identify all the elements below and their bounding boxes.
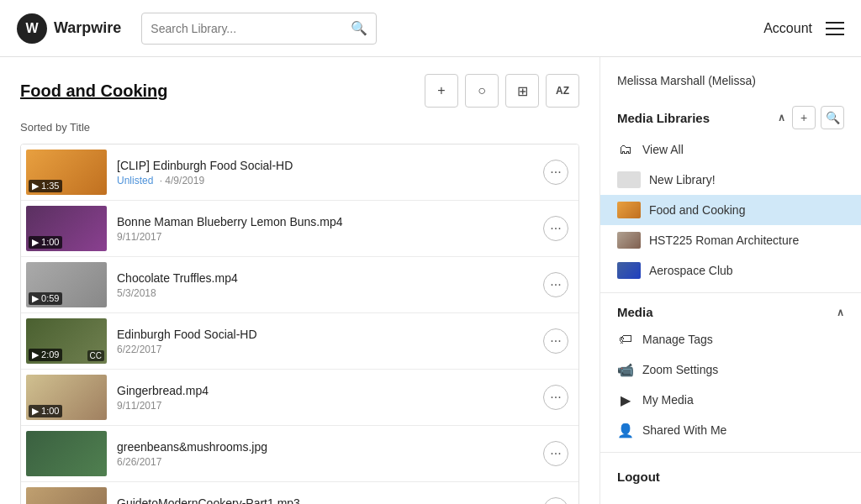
sidebar-nav-item[interactable]: 📹 Zoom Settings <box>600 354 861 385</box>
media-options-button[interactable]: ··· <box>543 441 568 466</box>
media-info: [CLIP] Edinburgh Food Social-HD Unlisted… <box>117 159 533 186</box>
library-thumb <box>617 202 641 218</box>
sidebar-item-new-library[interactable]: New Library! <box>600 165 861 195</box>
media-title: greenbeans&mushrooms.jpg <box>117 440 533 454</box>
library-name: Food and Cooking <box>649 203 745 217</box>
media-item[interactable]: greenbeans&mushrooms.jpg 6/26/2017 ··· <box>21 426 578 482</box>
media-chevron: ∧ <box>837 307 844 318</box>
logout-button[interactable]: Logout <box>600 459 861 494</box>
media-title: [CLIP] Edinburgh Food Social-HD <box>117 159 533 172</box>
logo-icon: W <box>17 13 47 44</box>
media-options-button[interactable]: ··· <box>543 160 568 185</box>
sort-az-button[interactable]: AZ <box>546 74 579 108</box>
media-title: Bonne Maman Blueberry Lemon Buns.mp4 <box>117 215 533 228</box>
toolbar: + ○ ⊞ AZ <box>425 74 579 108</box>
library-name: HST225 Roman Architecture <box>649 234 799 247</box>
media-info: GuidetoModernCookery-Part1.mp3 6/26/2017 <box>117 496 533 505</box>
page-title: Food and Cooking <box>20 81 168 101</box>
folder-icon: 🗂 <box>617 141 634 158</box>
media-meta: 6/22/2017 <box>117 344 533 355</box>
library-actions: + 🔍 <box>792 106 844 129</box>
search-input[interactable] <box>151 22 351 35</box>
sort-label: Sorted by Title <box>20 121 579 134</box>
sidebar-item-library[interactable]: Food and Cooking <box>600 195 861 225</box>
media-label: Media <box>617 305 653 319</box>
add-library-button[interactable]: + <box>792 106 816 129</box>
media-options-button[interactable]: ··· <box>543 216 568 241</box>
media-item[interactable]: ▶ 1:35 [CLIP] Edinburgh Food Social-HD U… <box>21 144 578 201</box>
media-item[interactable]: ▶ 1:00 Bonne Maman Blueberry Lemon Buns.… <box>21 201 578 257</box>
new-library-thumb <box>617 171 641 188</box>
add-button[interactable]: + <box>425 74 458 108</box>
nav-icon: 🏷 <box>617 331 634 348</box>
sidebar-item-view-all[interactable]: 🗂 View All <box>600 134 861 165</box>
media-meta: 9/11/2017 <box>117 231 533 243</box>
nav-label: My Media <box>642 393 694 407</box>
sidebar-divider <box>600 292 861 293</box>
media-options-button[interactable]: ··· <box>543 272 568 297</box>
nav-icon: ▶ <box>617 391 634 408</box>
media-info: greenbeans&mushrooms.jpg 6/26/2017 <box>117 440 533 468</box>
media-title: GuidetoModernCookery-Part1.mp3 <box>117 496 533 505</box>
media-meta: 9/11/2017 <box>117 400 533 412</box>
account-link[interactable]: Account <box>763 21 812 36</box>
user-name: Melissa Marshall (Melissa) <box>600 71 861 101</box>
sidebar-item-library[interactable]: HST225 Roman Architecture <box>600 225 861 255</box>
search-bar[interactable]: 🔍 <box>141 13 377 45</box>
sidebar-nav-item[interactable]: 👤 Shared With Me <box>600 415 861 445</box>
sidebar-nav-item[interactable]: 🏷 Manage Tags <box>600 324 861 354</box>
media-meta: Unlisted · 4/9/2019 <box>117 175 533 186</box>
media-item[interactable]: ▶ 2:09CC Edinburgh Food Social-HD 6/22/2… <box>21 313 578 370</box>
media-options-button[interactable]: ··· <box>543 497 568 504</box>
sidebar-item-library[interactable]: Aerospace Club <box>600 255 861 286</box>
media-options-button[interactable]: ··· <box>543 328 568 354</box>
logo-area: W Warpwire <box>17 13 121 44</box>
logo-name: Warpwire <box>54 19 121 37</box>
media-libraries-label: Media Libraries <box>617 111 710 125</box>
thumbnail <box>26 487 107 504</box>
library-thumb <box>617 232 641 249</box>
media-info: Edinburgh Food Social-HD 6/22/2017 <box>117 328 533 355</box>
media-options-button[interactable]: ··· <box>543 385 568 410</box>
media-section: Media ∧ <box>600 300 861 324</box>
media-libraries-section: Media Libraries ∧ + 🔍 <box>600 101 861 134</box>
duration-label: ▶ 1:00 <box>29 236 62 249</box>
media-info: Bonne Maman Blueberry Lemon Buns.mp4 9/1… <box>117 215 533 243</box>
main-content: Food and Cooking + ○ ⊞ AZ Sorted by Titl… <box>0 57 600 504</box>
search-library-button[interactable]: 🔍 <box>821 106 844 129</box>
record-button[interactable]: ○ <box>465 74 499 108</box>
media-item[interactable]: ▶ 0:59 Chocolate Truffles.mp4 5/3/2018 ·… <box>21 257 578 313</box>
nav-label: Zoom Settings <box>642 363 718 376</box>
duration-label: ▶ 2:09 <box>29 349 62 361</box>
view-all-label: View All <box>642 143 684 156</box>
thumbnail: ▶ 2:09CC <box>26 318 107 364</box>
sidebar: Melissa Marshall (Melissa) Media Librari… <box>600 57 861 504</box>
media-info: Gingerbread.mp4 9/11/2017 <box>117 384 533 412</box>
header: W Warpwire 🔍 Account <box>0 0 861 57</box>
sidebar-nav-item[interactable]: ▶ My Media <box>600 385 861 415</box>
media-nav-list: 🏷 Manage Tags 📹 Zoom Settings ▶ My Media… <box>600 324 861 445</box>
header-right: Account <box>763 21 844 36</box>
libraries-chevron: ∧ <box>778 112 785 123</box>
nav-icon: 📹 <box>617 361 634 378</box>
grid-button[interactable]: ⊞ <box>505 74 539 108</box>
media-title: Chocolate Truffles.mp4 <box>117 271 533 285</box>
media-list: ▶ 1:35 [CLIP] Edinburgh Food Social-HD U… <box>20 144 579 504</box>
new-library-label: New Library! <box>649 173 716 186</box>
thumbnail: ▶ 1:00 <box>26 375 107 420</box>
media-info: Chocolate Truffles.mp4 5/3/2018 <box>117 271 533 299</box>
media-item[interactable]: ▶ 1:00 Gingerbread.mp4 9/11/2017 ··· <box>21 370 578 426</box>
media-meta: 6/26/2017 <box>117 456 533 468</box>
thumbnail: ▶ 1:00 <box>26 206 107 251</box>
cc-label: CC <box>87 350 104 361</box>
menu-icon[interactable] <box>826 22 844 35</box>
nav-label: Manage Tags <box>642 333 713 346</box>
media-item[interactable]: GuidetoModernCookery-Part1.mp3 6/26/2017… <box>21 482 578 504</box>
library-list: Food and Cooking HST225 Roman Architectu… <box>600 195 861 286</box>
search-icon[interactable]: 🔍 <box>351 20 367 36</box>
library-thumb <box>617 262 641 279</box>
media-meta: 5/3/2018 <box>117 287 533 299</box>
nav-icon: 👤 <box>617 422 634 438</box>
unlisted-badge: Unlisted <box>117 175 153 186</box>
layout: Food and Cooking + ○ ⊞ AZ Sorted by Titl… <box>0 57 861 504</box>
